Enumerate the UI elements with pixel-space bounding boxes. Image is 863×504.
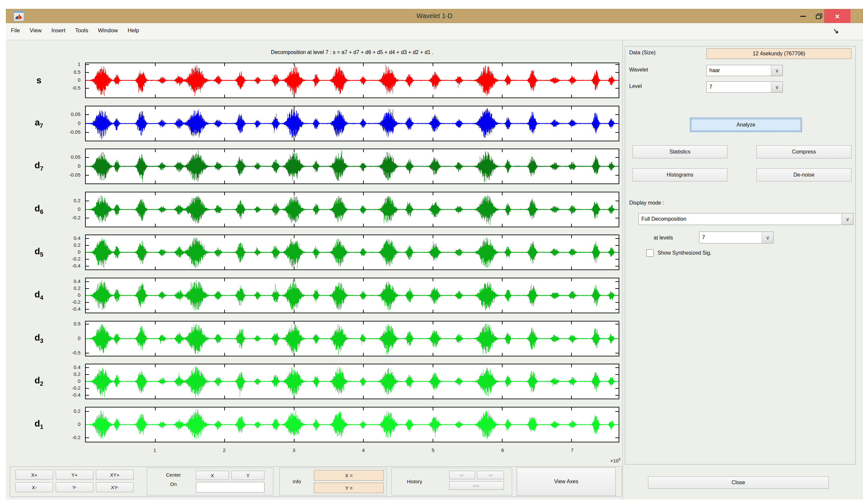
x-tick-label: 2 [223, 447, 226, 453]
y-tick-label: 0.4 [74, 279, 80, 284]
y-tick-labels: 10.50-0.5 [50, 63, 83, 97]
close-window-button[interactable]: × [824, 9, 850, 23]
signal-plot-d2[interactable] [85, 364, 619, 399]
close-button[interactable]: Close [648, 476, 829, 489]
info-group: Info X = Y = [279, 468, 387, 495]
signal-plot-d5[interactable] [85, 234, 619, 270]
y-tick-label: 0.2 [74, 371, 80, 377]
signal-row-d2: d20.40.20-0.2-0.4 [0, 364, 627, 399]
x-tick-label: 6 [501, 447, 504, 453]
x-tick-label: 3 [292, 447, 295, 453]
analyze-button[interactable]: Analyze [690, 118, 802, 132]
y-tick-label: 0 [78, 206, 80, 212]
y-tick-label: 0.05 [71, 154, 80, 159]
info-x-field: X = [314, 470, 384, 481]
signal-row-a7: a70.050-0.05 [0, 106, 627, 141]
center-y-button[interactable]: Y [232, 471, 264, 480]
y-tick-labels: 0.20-0.2 [50, 407, 83, 441]
signal-plot-d1[interactable] [85, 407, 619, 442]
y-tick-label: 0 [78, 421, 80, 427]
menu-view[interactable]: View [28, 23, 43, 38]
display-mode-value: Full Decomposition [639, 214, 841, 225]
minimize-button[interactable] [795, 9, 811, 23]
row-label-a7: a7 [24, 118, 54, 129]
level-label: Level [629, 83, 642, 89]
x-tick-label: 1 [153, 447, 156, 453]
signal-plot-d7[interactable] [85, 148, 619, 184]
history-back-button[interactable]: <- [449, 471, 475, 479]
at-levels-value: 7 [699, 232, 762, 243]
y-tick-label: 0.2 [74, 198, 80, 203]
settings-panel: Data (Size) 12 4sekundy (767706) Wavelet… [625, 46, 856, 464]
history-rewind-button[interactable]: <<- [449, 481, 504, 490]
y-tick-label: 0 [78, 335, 80, 341]
x-tick-label: 5 [432, 447, 434, 453]
signal-plot-d3[interactable] [85, 321, 619, 357]
y-tick-label: 0.2 [74, 408, 80, 414]
y-tick-label: 0.05 [71, 111, 80, 117]
denoise-button[interactable]: De-noise [756, 168, 851, 181]
titlebar: Wavelet 1-D × [6, 9, 863, 23]
y-tick-label: 0 [78, 120, 80, 126]
menu-file[interactable]: File [9, 23, 22, 38]
display-mode-select[interactable]: Full Decomposition ∨ [638, 213, 853, 225]
chevron-down-icon: ∨ [762, 232, 773, 243]
row-label-s: s [24, 75, 54, 86]
y-tick-label: 0 [78, 163, 80, 169]
signal-row-d3: d30.50-0.5 [0, 321, 627, 357]
signal-plot-a7[interactable] [85, 106, 619, 141]
show-synthesized-label: Show Synthesized Sig. [658, 250, 712, 256]
y-tick-label: -0.4 [72, 262, 80, 268]
signal-row-d6: d60.20-0.2 [0, 192, 627, 227]
y-tick-labels: 0.50-0.5 [50, 321, 83, 355]
row-label-d6: d6 [24, 204, 54, 215]
y-tick-label: -0.05 [69, 172, 80, 178]
signal-plot-s[interactable] [85, 63, 619, 98]
signal-row-d5: d50.40.20-0.2-0.4 [0, 234, 627, 270]
histograms-button[interactable]: Histograms [633, 168, 727, 181]
signal-plot-d6[interactable] [85, 192, 619, 227]
y-tick-labels: 0.050-0.05 [50, 106, 83, 140]
row-label-d3: d3 [24, 333, 54, 344]
compress-button[interactable]: Compress [756, 145, 851, 158]
y-tick-label: -0.5 [72, 85, 80, 90]
y-tick-label: -0.2 [72, 256, 80, 261]
zoom-y-minus-button[interactable]: Y- [56, 482, 93, 492]
dock-arrow-icon[interactable]: ↘ [833, 27, 839, 35]
center-on-input[interactable] [196, 482, 264, 492]
wavelet-select[interactable]: haar ∨ [706, 65, 783, 76]
signal-plot-d4[interactable] [85, 278, 619, 313]
statistics-button[interactable]: Statistics [633, 145, 727, 158]
center-x-button[interactable]: X [196, 471, 229, 480]
center-label: Center [154, 472, 193, 478]
restore-icon [816, 13, 823, 20]
y-tick-labels: 0.40.20-0.2-0.4 [50, 234, 83, 269]
signal-row-d7: d70.050-0.05 [0, 148, 627, 184]
menu-insert[interactable]: Insert [50, 23, 67, 38]
menu-tools[interactable]: Tools [74, 23, 90, 38]
zoom-xy-minus-button[interactable]: XY- [96, 482, 134, 492]
at-levels-select[interactable]: 7 ∨ [699, 232, 774, 243]
plot-title: Decomposition at level 7 : s = a7 + d7 +… [85, 49, 619, 55]
y-tick-label: 0.5 [74, 69, 80, 75]
zoom-x-plus-button[interactable]: X+ [15, 470, 53, 480]
data-size-value: 12 4sekundy (767706) [706, 49, 851, 59]
menu-help[interactable]: Help [126, 23, 141, 38]
zoom-y-plus-button[interactable]: Y+ [56, 470, 93, 480]
y-tick-label: -0.05 [69, 129, 80, 135]
menu-window[interactable]: Window [96, 23, 120, 38]
y-tick-label: 0 [78, 77, 80, 83]
view-axes-button[interactable]: View Axes [517, 467, 616, 496]
y-tick-label: -0.2 [72, 215, 80, 220]
show-synthesized-checkbox[interactable] [646, 249, 654, 257]
level-select[interactable]: 7 ∨ [706, 81, 783, 93]
y-tick-labels: 0.40.20-0.2-0.4 [50, 364, 83, 398]
zoom-x-minus-button[interactable]: X- [15, 482, 53, 492]
signal-row-d1: d10.20-0.2 [0, 407, 627, 442]
wavelet-1d-window: Wavelet 1-D × File View Insert Tools Win… [0, 0, 863, 504]
zoom-xy-plus-button[interactable]: XY+ [96, 470, 134, 480]
history-forward-button[interactable]: -> [477, 471, 504, 479]
display-mode-label: Display mode : [629, 200, 664, 206]
at-levels-label: at levels [654, 235, 673, 241]
window-title: Wavelet 1-D [6, 12, 863, 20]
